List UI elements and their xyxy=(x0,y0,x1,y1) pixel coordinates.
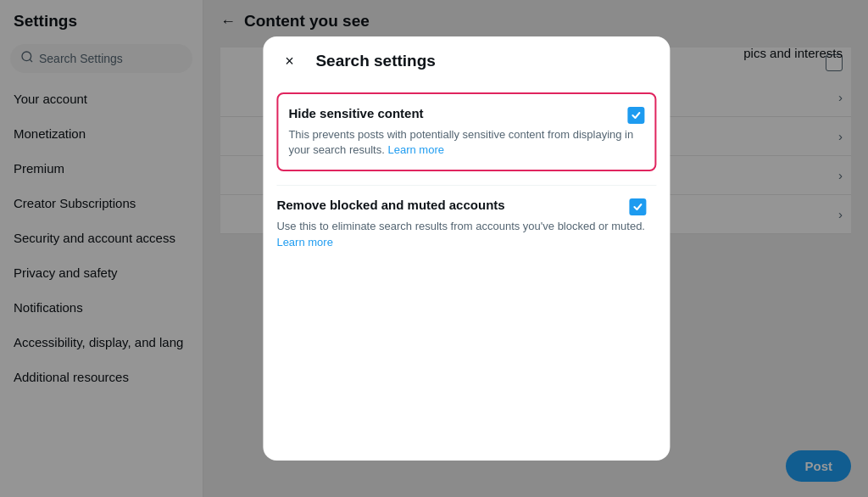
modal-close-button[interactable]: × xyxy=(276,48,302,74)
modal-body: Hide sensitive content This prevents pos… xyxy=(263,92,670,262)
remove-blocked-learn-more[interactable]: Learn more xyxy=(276,236,332,248)
hide-sensitive-checkbox[interactable] xyxy=(627,107,644,124)
remove-blocked-header: Remove blocked and muted accounts xyxy=(276,198,646,215)
hide-sensitive-learn-more[interactable]: Learn more xyxy=(387,143,443,156)
hide-sensitive-content-section: Hide sensitive content This prevents pos… xyxy=(276,92,656,171)
hide-sensitive-desc: This prevents posts with potentially sen… xyxy=(288,127,644,158)
hide-sensitive-title: Hide sensitive content xyxy=(288,106,423,120)
remove-blocked-checkbox[interactable] xyxy=(629,198,646,215)
hide-sensitive-header: Hide sensitive content xyxy=(288,106,644,124)
remove-blocked-section: Remove blocked and muted accounts Use th… xyxy=(276,186,656,261)
modal-header: × Search settings xyxy=(263,36,670,86)
remove-blocked-title: Remove blocked and muted accounts xyxy=(276,198,504,212)
modal-title: Search settings xyxy=(315,52,436,70)
remove-blocked-desc: Use this to eliminate search results fro… xyxy=(276,219,646,249)
search-settings-modal: × Search settings Hide sensitive content… xyxy=(263,36,670,461)
